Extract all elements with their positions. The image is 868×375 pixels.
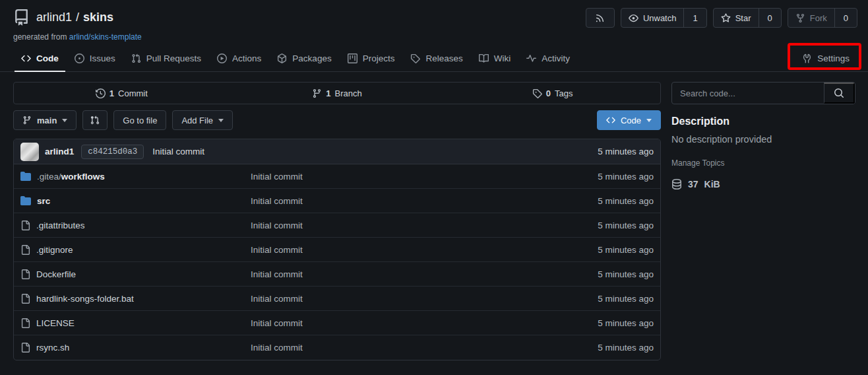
star-button[interactable]: Star (714, 9, 759, 27)
code-icon (21, 53, 31, 63)
file-rows-container: .gitea/workflowsInitial commit5 minutes … (14, 164, 660, 360)
repo-name-link[interactable]: skins (83, 11, 113, 24)
tab-code[interactable]: Code (15, 48, 65, 72)
file-link-.gitignore[interactable]: .gitignore (20, 245, 251, 255)
folder-icon (20, 195, 31, 206)
search-input[interactable] (672, 83, 824, 104)
repo-sidebar: Description No description provided Mana… (671, 82, 855, 189)
repo-header: arlind1 / skins Unwatch 1 Star (0, 0, 868, 42)
add-file-button[interactable]: Add File (172, 110, 233, 130)
tab-projects[interactable]: Projects (341, 48, 402, 72)
tab-activity[interactable]: Activity (520, 48, 576, 72)
folder-icon (20, 171, 31, 182)
stat-tags[interactable]: 0Tags (445, 88, 660, 98)
fork-count[interactable]: 0 (834, 9, 857, 27)
entry-timestamp: 5 minutes ago (551, 221, 654, 230)
repo-icon (13, 9, 30, 26)
manage-topics-link[interactable]: Manage Topics (671, 158, 855, 168)
entry-commit-message[interactable]: Initial commit (251, 343, 551, 353)
search-button[interactable] (824, 83, 855, 104)
folder-link-src[interactable]: src (20, 195, 251, 206)
file-link-LICENSE[interactable]: LICENSE (20, 318, 251, 328)
issue-icon (75, 53, 84, 63)
file-icon (20, 221, 30, 230)
entry-commit-message[interactable]: Initial commit (251, 196, 551, 206)
tab-label: Pull Requests (146, 53, 201, 63)
settings-tab-label: Settings (817, 53, 850, 63)
star-count[interactable]: 0 (759, 9, 781, 27)
entry-timestamp: 5 minutes ago (551, 172, 654, 182)
repo-actions: Unwatch 1 Star 0 Fork 0 (586, 8, 857, 28)
commit-author-link[interactable]: arlind1 (45, 147, 74, 156)
compare-button[interactable] (82, 110, 108, 130)
entry-commit-message[interactable]: Initial commit (251, 172, 551, 182)
file-link-Dockerfile[interactable]: Dockerfile (20, 269, 251, 279)
file-table: arlind1 c84215d0a3 Initial commit 5 minu… (13, 139, 661, 360)
tab-label: Actions (232, 53, 261, 63)
repo-size-value: 37 (688, 179, 698, 189)
repo-owner-link[interactable]: arlind1 (36, 11, 72, 24)
file-link-hardlink-songs-folder.bat[interactable]: hardlink-songs-folder.bat (20, 294, 251, 304)
go-to-file-button[interactable]: Go to file (113, 110, 166, 130)
folder-link-workflows[interactable]: .gitea/workflows (20, 171, 251, 182)
star-icon (721, 13, 731, 23)
file-link-.gitattributes[interactable]: .gitattributes (20, 221, 251, 230)
repo-stats-bar: 1Commit1Branch0Tags (13, 82, 661, 104)
avatar[interactable] (20, 143, 39, 161)
watch-count[interactable]: 1 (683, 9, 706, 27)
file-icon (20, 294, 30, 304)
branch-selector-button[interactable]: main (13, 110, 77, 130)
stat-count: 1 (109, 88, 114, 98)
table-row: .gitattributesInitial commit5 minutes ag… (14, 213, 660, 238)
stat-commit[interactable]: 1Commit (14, 88, 230, 98)
entry-timestamp: 5 minutes ago (551, 196, 654, 206)
tab-pull-requests[interactable]: Pull Requests (125, 48, 208, 72)
pull-request-icon (131, 53, 141, 63)
entry-name: .gitignore (36, 245, 73, 255)
entry-commit-message[interactable]: Initial commit (251, 221, 551, 230)
description-heading: Description (671, 116, 855, 127)
branch-icon (22, 116, 32, 125)
activity-icon (526, 53, 536, 63)
chevron-down-icon (218, 119, 224, 122)
code-download-button[interactable]: Code (597, 110, 661, 130)
tab-settings[interactable]: Settings (795, 48, 856, 72)
stat-branch[interactable]: 1Branch (230, 88, 445, 98)
unwatch-label: Unwatch (643, 13, 677, 23)
entry-commit-message[interactable]: Initial commit (251, 294, 551, 304)
tab-wiki[interactable]: Wiki (472, 48, 518, 72)
entry-name: workflows (61, 172, 105, 182)
table-row: srcInitial commit5 minutes ago (14, 189, 660, 213)
entry-name: .gitattributes (36, 221, 85, 230)
file-icon (20, 343, 30, 353)
entry-name: hardlink-songs-folder.bat (36, 294, 134, 304)
star-button-group: Star 0 (713, 8, 782, 28)
tab-packages[interactable]: Packages (270, 48, 338, 72)
entry-commit-message[interactable]: Initial commit (251, 318, 551, 328)
entry-commit-message[interactable]: Initial commit (251, 245, 551, 255)
generated-from-line: generated from arlind/skins-template (13, 32, 857, 42)
eye-icon (629, 13, 638, 23)
rss-button[interactable] (586, 8, 615, 28)
tab-issues[interactable]: Issues (68, 48, 122, 72)
repo-nav-tabs: CodeIssuesPull RequestsActionsPackagesPr… (0, 48, 868, 72)
stat-count: 0 (546, 88, 551, 98)
commit-message-link[interactable]: Initial commit (152, 147, 204, 156)
tab-label: Issues (90, 53, 115, 63)
tab-actions[interactable]: Actions (210, 48, 268, 72)
code-search-box (671, 82, 855, 104)
unwatch-button[interactable]: Unwatch (621, 9, 684, 27)
tabs-spacer (578, 48, 794, 71)
tab-label: Projects (363, 53, 395, 63)
code-toolbar: main Go to file Add File Code (13, 110, 661, 130)
fork-icon (795, 13, 805, 23)
file-link-rsync.sh[interactable]: rsync.sh (20, 343, 251, 353)
stat-label: Branch (335, 88, 362, 98)
fork-button[interactable]: Fork (788, 9, 834, 27)
tab-releases[interactable]: Releases (404, 48, 469, 72)
entry-commit-message[interactable]: Initial commit (251, 269, 551, 279)
template-repo-link[interactable]: arlind/skins-template (69, 32, 142, 42)
releases-icon (410, 53, 420, 63)
tabs-container: CodeIssuesPull RequestsActionsPackagesPr… (13, 48, 578, 71)
commit-hash-badge[interactable]: c84215d0a3 (81, 145, 144, 159)
